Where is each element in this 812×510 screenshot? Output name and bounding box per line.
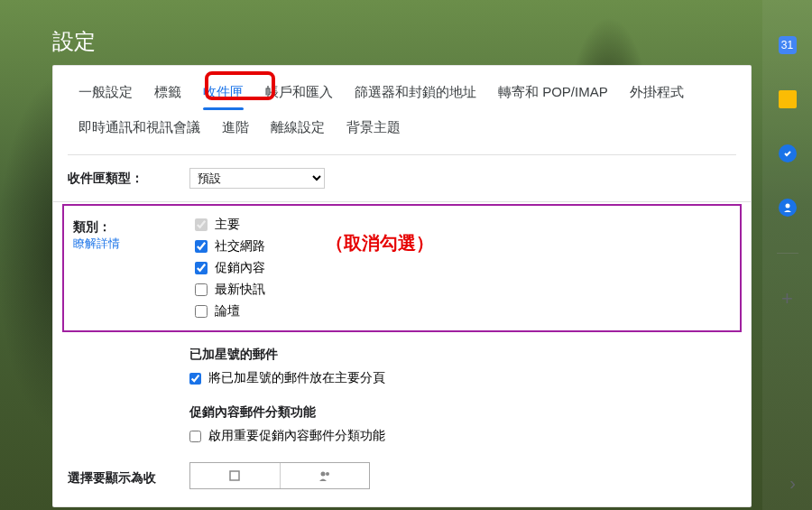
annotation-cancel-check: （取消勾選） [326, 231, 434, 255]
tab-themes[interactable]: 背景主題 [336, 112, 411, 144]
checkbox-promotions[interactable] [195, 262, 208, 274]
checkbox-label: 主要 [215, 217, 240, 233]
checkbox-label: 啟用重要促銷內容郵件分類功能 [208, 428, 385, 444]
checkbox-label: 社交網路 [215, 238, 265, 255]
tab-forwarding[interactable]: 轉寄和 POP/IMAP [487, 77, 619, 108]
svg-rect-1 [230, 471, 239, 480]
tab-inbox[interactable]: 收件匣 [192, 77, 254, 108]
checkbox-starred-in-primary[interactable] [189, 373, 201, 385]
inbox-type-label: 收件匣類型： [68, 171, 189, 187]
svg-point-3 [326, 472, 329, 476]
promo-bundle-title: 促銷內容郵件分類功能 [189, 404, 736, 421]
tab-addons[interactable]: 外掛程式 [619, 77, 695, 108]
categories-label: 類別： [73, 219, 111, 234]
category-item-forums[interactable]: 論壇 [195, 303, 265, 320]
settings-panel: 一般設定 標籤 收件匣 帳戶和匯入 篩選器和封鎖的地址 轉寄和 POP/IMAP… [52, 65, 752, 507]
contacts-icon[interactable] [779, 199, 797, 217]
page-title: 設定 [52, 27, 96, 56]
category-item-updates[interactable]: 最新快訊 [195, 282, 265, 298]
checkbox-label: 將已加星號的郵件放在主要分頁 [208, 370, 385, 386]
checkbox-social[interactable] [195, 240, 208, 253]
tab-accounts[interactable]: 帳戶和匯入 [254, 77, 344, 108]
category-item-primary[interactable]: 主要 [195, 217, 265, 233]
tab-filters[interactable]: 篩選器和封鎖的地址 [344, 77, 487, 108]
tab-advanced[interactable]: 進階 [211, 112, 260, 144]
starred-option[interactable]: 將已加星號的郵件放在主要分頁 [189, 370, 736, 386]
svg-point-4 [785, 204, 789, 209]
settings-tabs-row1: 一般設定 標籤 收件匣 帳戶和匯入 篩選器和封鎖的地址 轉寄和 POP/IMAP… [53, 66, 751, 108]
checkbox-primary [195, 218, 208, 231]
checkbox-label: 促銷內容 [215, 260, 265, 276]
add-icon[interactable]: + [779, 290, 797, 308]
learn-more-link[interactable]: 瞭解詳情 [73, 236, 120, 250]
tab-chat[interactable]: 即時通訊和視訊會議 [68, 112, 211, 144]
svg-point-2 [320, 472, 325, 477]
checkbox-updates[interactable] [195, 283, 208, 296]
starred-title: 已加星號的郵件 [189, 347, 736, 363]
category-list: 主要 社交網路 促銷內容 最新快訊 [195, 217, 265, 320]
inbox-icon [228, 469, 241, 482]
promo-bundle-option[interactable]: 啟用重要促銷內容郵件分類功能 [189, 428, 736, 444]
tasks-icon[interactable] [779, 144, 797, 162]
chevron-right-icon[interactable]: › [789, 473, 796, 494]
checkbox-label: 論壇 [215, 303, 240, 320]
right-sidebar: 31 + › [762, 0, 812, 510]
keep-icon[interactable] [779, 90, 797, 108]
settings-tabs-row2: 即時通訊和視訊會議 進階 離線設定 背景主題 [53, 108, 751, 154]
tab-general[interactable]: 一般設定 [68, 77, 143, 108]
checkbox-promo-bundle[interactable] [189, 431, 201, 442]
inbox-type-select[interactable]: 預設 [189, 168, 325, 189]
tab-labels[interactable]: 標籤 [143, 77, 192, 108]
category-item-promotions[interactable]: 促銷內容 [195, 260, 265, 276]
people-icon [318, 469, 331, 482]
calendar-icon[interactable]: 31 [779, 36, 797, 54]
categories-highlight-box: （取消勾選） 類別： 瞭解詳情 主要 社交網路 [62, 204, 742, 332]
section-label: 選擇要顯示為收 [68, 470, 189, 487]
section-divider [53, 201, 751, 202]
category-item-social[interactable]: 社交網路 [195, 238, 265, 255]
checkbox-forums[interactable] [195, 305, 208, 318]
checkbox-label: 最新快訊 [215, 282, 265, 298]
tab-offline[interactable]: 離線設定 [260, 112, 336, 144]
